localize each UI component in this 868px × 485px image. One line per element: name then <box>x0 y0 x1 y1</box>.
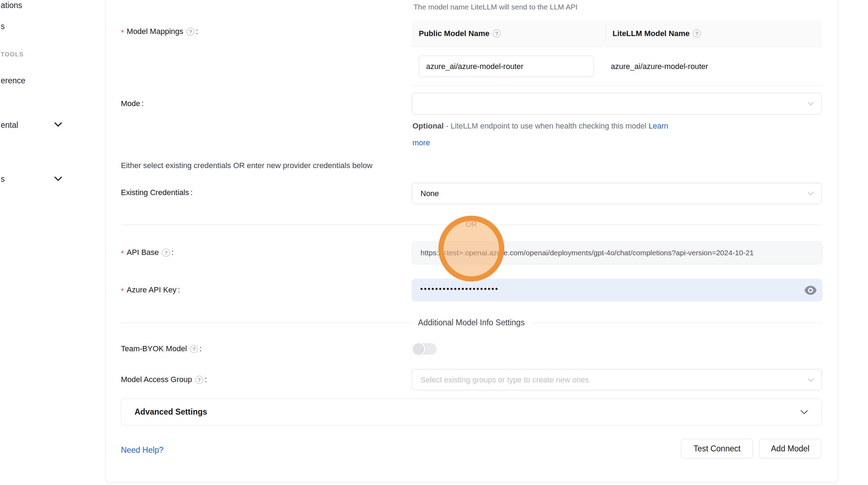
litellm-model-name-value: azure_ai/azure-model-router <box>611 47 708 86</box>
api-base-label: * API Base ? : <box>121 248 173 257</box>
add-model-button[interactable]: Add Model <box>759 439 821 458</box>
public-model-name-input[interactable] <box>419 56 594 77</box>
eye-icon[interactable] <box>804 285 817 295</box>
existing-credentials-select[interactable]: None <box>412 183 822 204</box>
existing-credentials-label: Existing Credentials : <box>121 188 193 197</box>
add-model-screen: ations s TOOLS erence ental s The model … <box>0 0 868 485</box>
required-asterisk: * <box>121 286 124 296</box>
credentials-note: Either select existing credentials OR en… <box>121 161 373 170</box>
litellm-model-name-header: LiteLLM Model Name ? <box>605 26 822 41</box>
model-mappings-table: Public Model Name ? LiteLLM Model Name ?… <box>412 20 822 86</box>
help-question-icon[interactable]: ? <box>693 29 701 37</box>
chevron-down-icon <box>800 410 808 414</box>
help-question-icon[interactable]: ? <box>186 28 194 36</box>
public-model-name-header: Public Model Name ? <box>412 29 605 38</box>
test-connect-button[interactable]: Test Connect <box>681 439 753 458</box>
azure-api-key-label: * Azure API Key : <box>121 285 180 295</box>
learn-more-link[interactable]: Learn <box>649 122 668 130</box>
model-access-group-select[interactable]: Select existing groups or type to create… <box>412 369 822 390</box>
api-base-input[interactable]: https://<test>.openai.azure.com/openai/d… <box>412 241 822 264</box>
model-mappings-label: * Model Mappings ? : <box>121 27 198 36</box>
mode-help-text: Optional - LiteLLM endpoint to use when … <box>412 122 668 147</box>
chevron-down-icon <box>54 122 62 127</box>
mode-select[interactable] <box>412 93 822 115</box>
sidebar-item-inference[interactable]: erence <box>1 76 25 85</box>
chevron-down-icon <box>54 176 62 181</box>
help-question-icon[interactable]: ? <box>190 345 198 353</box>
sidebar-item-experimental[interactable]: ental <box>1 120 18 130</box>
additional-info-divider: Additional Model Info Settings <box>121 317 822 328</box>
team-byok-label: Team-BYOK Model ? : <box>121 344 201 353</box>
masked-password-value: ••••••••••••••••••••• <box>420 284 499 293</box>
azure-api-key-input[interactable]: ••••••••••••••••••••• <box>412 279 822 302</box>
required-asterisk: * <box>121 249 124 258</box>
litellm-model-help-text: The model name LiteLLM will send to the … <box>414 3 577 11</box>
advanced-settings-panel[interactable]: Advanced Settings <box>121 399 822 425</box>
toggle-knob <box>412 342 425 356</box>
select-placeholder: Select existing groups or type to create… <box>421 375 589 384</box>
learn-more-link[interactable]: more <box>412 138 430 147</box>
sidebar-item-guardrails[interactable]: s <box>1 22 5 31</box>
model-access-group-label: Model Access Group ? : <box>121 375 207 384</box>
sidebar-section-tools: TOOLS <box>1 51 24 58</box>
mode-label: Mode : <box>121 99 144 108</box>
table-header-row: Public Model Name ? LiteLLM Model Name ? <box>412 20 822 47</box>
chevron-down-icon <box>808 378 814 382</box>
sidebar-item-organizations[interactable]: ations <box>1 1 22 10</box>
help-question-icon[interactable]: ? <box>493 29 501 37</box>
need-help-link[interactable]: Need Help? <box>121 445 163 455</box>
chevron-down-icon <box>808 102 814 105</box>
sidebar-item-settings[interactable]: s <box>1 174 5 184</box>
chevron-down-icon <box>808 192 814 195</box>
or-divider: OR <box>121 220 822 229</box>
help-question-icon[interactable]: ? <box>195 376 203 384</box>
team-byok-toggle[interactable] <box>413 343 437 355</box>
sidebar: ations s TOOLS erence ental s <box>0 0 104 485</box>
help-question-icon[interactable]: ? <box>162 249 170 257</box>
table-row: azure_ai/azure-model-router <box>412 47 822 86</box>
required-asterisk: * <box>121 28 124 37</box>
